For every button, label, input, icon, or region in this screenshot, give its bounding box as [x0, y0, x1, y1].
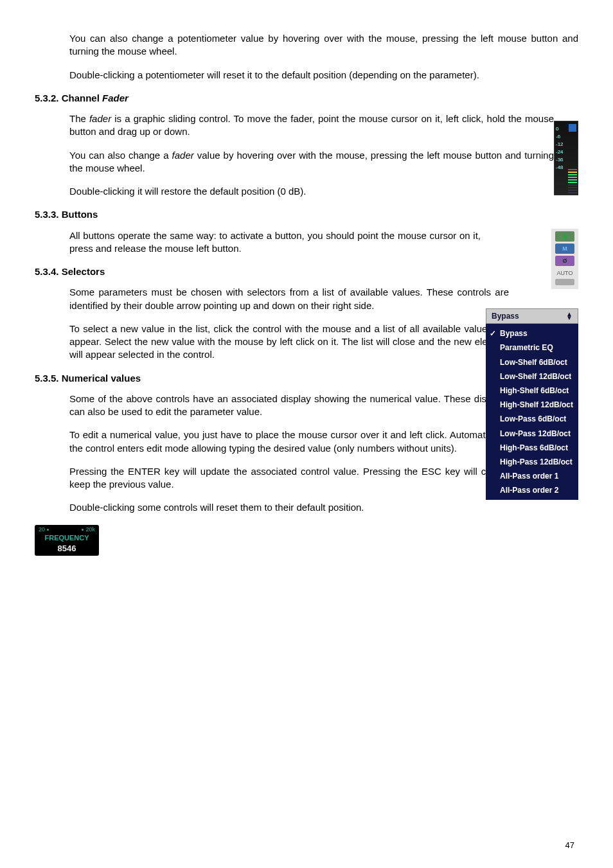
selector-item: Low-Pass 12dB/oct: [486, 427, 578, 441]
selector-item: High-Pass 12dB/oct: [486, 455, 578, 469]
fader-tick: -24: [556, 148, 564, 156]
selector-item: Low-Shelf 12dB/oct: [486, 369, 578, 384]
selector-item: Bypass: [486, 326, 578, 341]
buttons-illustration: S M Ø AUTO: [551, 229, 578, 289]
text: You can also change a: [69, 150, 172, 161]
paragraph: You can also change a potentiometer valu…: [69, 32, 578, 58]
paragraph: All buttons operate the same way: to act…: [69, 229, 481, 256]
heading-text: 5.3.2. Channel: [35, 93, 102, 103]
selector-item: Low-Pass 6dB/oct: [486, 412, 578, 426]
fader-thumb-icon: [569, 124, 576, 132]
text-italic: fader: [89, 113, 111, 124]
solo-button-icon: S: [555, 231, 574, 242]
text: The: [69, 113, 89, 124]
paragraph: To select a new value in the list, click…: [69, 323, 509, 362]
selector-item: Low-Shelf 6dB/oct: [486, 355, 578, 369]
fader-tick: -6: [556, 133, 564, 141]
selector-item: All-Pass order 2: [486, 483, 578, 497]
paragraph: Some parameters must be chosen with sele…: [69, 286, 509, 312]
page-number: 47: [565, 840, 574, 851]
heading-5-3-3: 5.3.3. Buttons: [35, 208, 578, 221]
fader-meter: [568, 168, 577, 193]
selector-illustration: Bypass ▲▼ Bypass Parametric EQ Low-Shelf…: [486, 308, 578, 500]
selector-head: Bypass ▲▼: [486, 308, 578, 324]
heading-italic: Fader: [102, 93, 129, 103]
mute-button-icon: M: [555, 244, 574, 254]
fader-illustration: 0 -6 -12 -24 -36 -48: [554, 121, 578, 195]
heading-5-3-2: 5.3.2. Channel Fader: [35, 92, 578, 105]
fader-tick: -36: [556, 156, 564, 164]
selector-value: Bypass: [492, 311, 519, 321]
freq-tick-hi: 20k: [85, 526, 95, 533]
paragraph: Some of the above controls have an assoc…: [69, 393, 509, 419]
paragraph: To edit a numerical value, you just have…: [69, 429, 509, 455]
auto-slot-icon: [555, 279, 574, 285]
selector-item: All-Pass order 1: [486, 469, 578, 483]
text-italic: fader: [172, 150, 194, 161]
updown-arrows-icon: ▲▼: [566, 312, 573, 320]
auto-label: AUTO: [557, 269, 573, 277]
paragraph: You can also change a fader value by hov…: [69, 149, 554, 175]
selector-item: Parametric EQ: [486, 341, 578, 355]
paragraph: Double-clicking a potentiometer will res…: [69, 69, 578, 82]
freq-value: 8546: [58, 543, 76, 554]
selector-menu: Bypass Parametric EQ Low-Shelf 6dB/oct L…: [486, 324, 578, 500]
fader-tick: -12: [556, 141, 564, 148]
phase-button-icon: Ø: [555, 256, 574, 266]
heading-5-3-4: 5.3.4. Selectors: [35, 265, 578, 278]
text: is a graphic sliding control. To move th…: [69, 113, 554, 137]
freq-label: FREQUENCY: [44, 533, 89, 543]
paragraph: The fader is a graphic sliding control. …: [69, 112, 554, 139]
paragraph: Double-clicking some controls will reset…: [69, 501, 578, 514]
frequency-display-illustration: 20 20k FREQUENCY 8546: [35, 525, 99, 556]
fader-tick: 0: [556, 125, 564, 133]
fader-tick: -48: [556, 164, 564, 172]
selector-item: High-Pass 6dB/oct: [486, 441, 578, 455]
selector-item: High-Shelf 6dB/oct: [486, 384, 578, 398]
paragraph: Double-clicking it will restore the defa…: [69, 185, 578, 198]
freq-tick-lo: 20: [39, 526, 45, 533]
selector-item: High-Shelf 12dB/oct: [486, 398, 578, 412]
